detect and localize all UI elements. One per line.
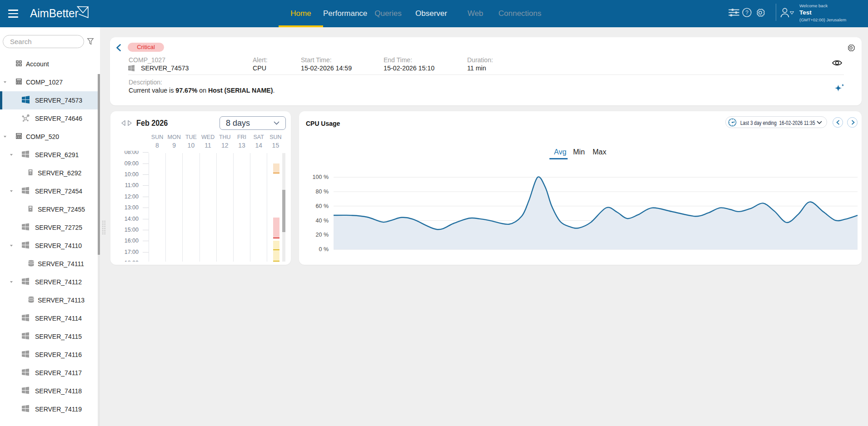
svg-text:?: ?	[745, 10, 748, 16]
